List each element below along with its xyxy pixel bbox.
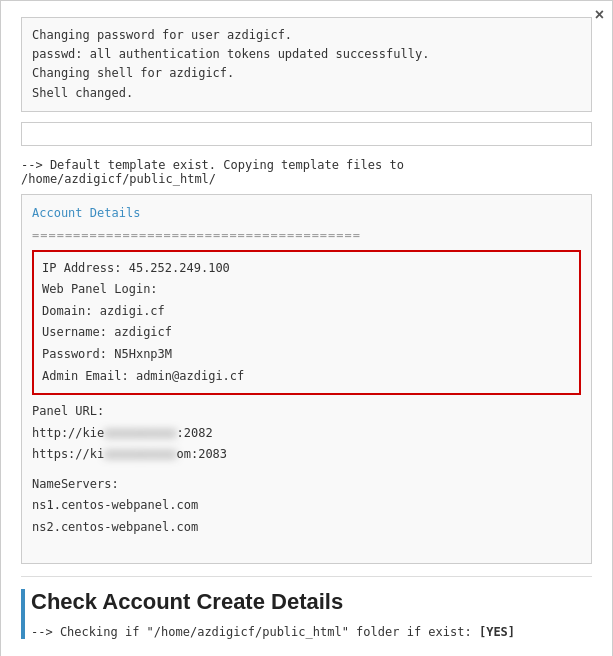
modal-dialog: × Changing password for user azdigicf. p… [0,0,613,656]
terminal-line-2: passwd: all authentication tokens update… [32,45,581,64]
panel-url-https-blurred: xxxxxxxxxx [104,444,176,466]
template-message: --> Default template exist. Copying temp… [21,158,592,186]
nameservers-label: NameServers: [32,474,581,496]
domain: Domain: azdigi.cf [42,301,571,323]
password: Password: N5Hxnp3M [42,344,571,366]
panel-url-https-end: om:2083 [177,447,228,461]
web-panel-login: Web Panel Login: [42,279,571,301]
check-section: Check Account Create Details --> Checkin… [21,589,592,639]
username: Username: azdigicf [42,322,571,344]
panel-url-label: Panel URL: [32,401,581,423]
modal-close-x-button[interactable]: × [595,7,604,23]
blue-accent-bar [21,589,25,639]
panel-url-https-start: https://ki [32,447,104,461]
terminal-line-3: Changing shell for azdigicf. [32,64,581,83]
panel-url-http-start: http://kie [32,426,104,440]
ip-address: IP Address: 45.252.249.100 [42,258,571,280]
folder-check-text: --> Checking if "/home/azdigicf/public_h… [31,625,472,639]
account-details-separator: ======================================== [32,225,581,245]
panel-url-section: Panel URL: http://kiexxxxxxxxxx:2082 htt… [32,401,581,466]
account-details-box: Account Details ========================… [21,194,592,564]
panel-url-https-row: https://kixxxxxxxxxxom:2083 [32,444,581,466]
ns1: ns1.centos-webpanel.com [32,495,581,517]
modal-body: Changing password for user azdigicf. pas… [1,1,612,656]
check-section-title: Check Account Create Details [31,589,592,615]
account-highlighted-info: IP Address: 45.252.249.100 Web Panel Log… [32,250,581,396]
folder-check-result: [YES] [479,625,515,639]
terminal-line-1: Changing password for user azdigicf. [32,26,581,45]
input-bar [21,122,592,146]
ns2: ns2.centos-webpanel.com [32,517,581,539]
account-details-title: Account Details [32,203,581,223]
terminal-output: Changing password for user azdigicf. pas… [21,17,592,112]
panel-url-http-blurred: xxxxxxxxxx [104,423,176,445]
admin-email: Admin Email: admin@azdigi.cf [42,366,571,388]
panel-url-http-end: :2082 [177,426,213,440]
panel-url-http-row: http://kiexxxxxxxxxx:2082 [32,423,581,445]
terminal-line-4: Shell changed. [32,84,581,103]
folder-check-line: --> Checking if "/home/azdigicf/public_h… [31,625,592,639]
section-divider [21,576,592,577]
nameservers-section: NameServers: ns1.centos-webpanel.com ns2… [32,474,581,539]
